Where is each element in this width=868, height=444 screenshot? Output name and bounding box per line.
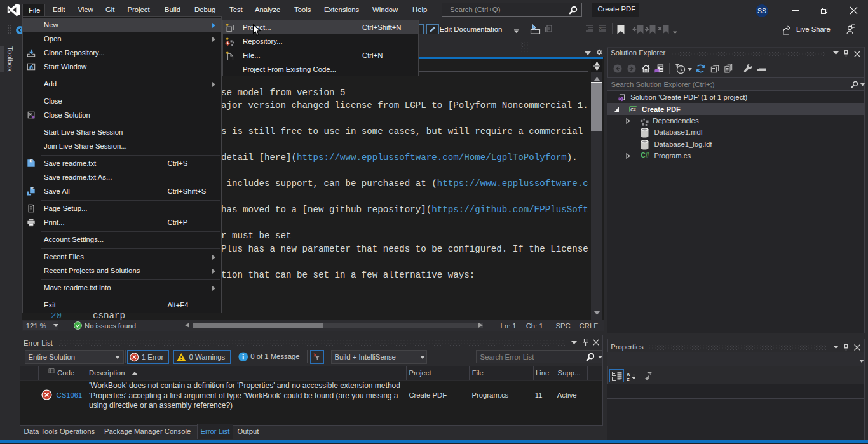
svg-text:2: 2 [599,26,602,32]
svg-text:C#: C# [630,107,636,111]
svg-text:C#: C# [641,151,649,159]
svg-text:Z: Z [627,377,630,381]
